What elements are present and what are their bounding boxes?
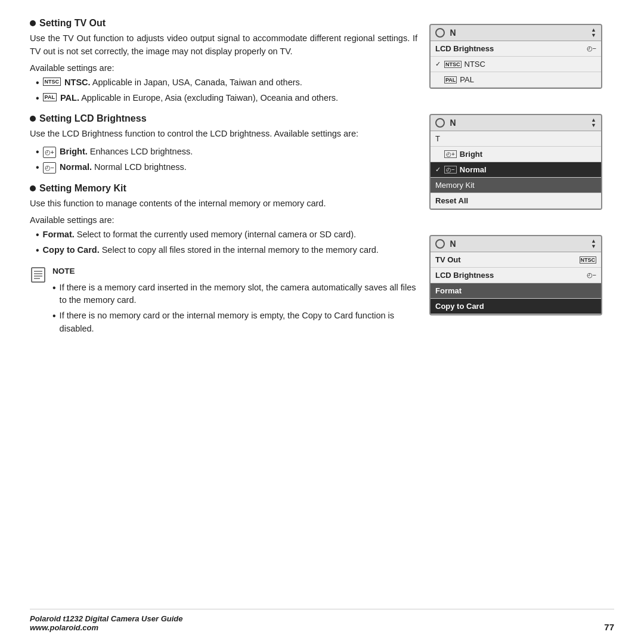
cam-row-lcdbright-m: LCD Brightness ◴− — [431, 268, 601, 283]
cam-normal-icon: ◴− — [444, 166, 457, 174]
cam-lcd-icon: ◴− — [587, 45, 596, 52]
tv-out-pal-text: PAL. Applicable in Europe, Asia (excludi… — [60, 92, 338, 105]
cam-row-resetall: Reset All — [431, 193, 601, 209]
tv-out-bullets: NTSC NTSC. Applicable in Japan, USA, Can… — [36, 76, 417, 106]
lcd-bullets: ◴+ Bright. Enhances LCD brightness. ◴− N… — [36, 145, 417, 175]
memory-bullet-format: Format. Select to format the currently u… — [36, 228, 417, 242]
lcd-bright-icon: ◴+ — [43, 147, 56, 158]
cam-bright-label: Bright — [460, 150, 482, 159]
page: Setting TV Out Use the TV Out function t… — [0, 0, 644, 644]
cam-memorykit-label: Memory Kit — [435, 181, 475, 190]
bullet-dot — [30, 20, 36, 26]
memory-bullet-copy: Copy to Card. Select to copy all files s… — [36, 244, 417, 257]
cam-circle-icon-2 — [435, 118, 445, 128]
cam-topbar-icons-3: 𝖭 — [435, 239, 456, 249]
cam-ntsc-label: NTSC — [465, 60, 485, 69]
cam-row-normal: ✓ ◴− Normal — [431, 162, 601, 178]
screen-memory: 𝖭 ▲ ▼ TV Out NTSC LCD Brightn — [429, 235, 602, 315]
note-text-2: If there is no memory card or the intern… — [60, 309, 417, 336]
bullet-dot-3 — [30, 185, 36, 191]
cam-nt-icon-2: 𝖭 — [450, 118, 456, 128]
cam-nt-icon-3: 𝖭 — [450, 239, 456, 249]
cam-row-bright: ◴+ Bright — [431, 147, 601, 162]
cam-topbar-icons-1: 𝖭 — [435, 28, 456, 38]
note-text-1: If there is a memory card inserted in th… — [60, 281, 417, 308]
lcd-heading: Setting LCD Brightness — [30, 113, 417, 124]
footer: Polaroid t1232 Digital Camera User Guide… — [30, 609, 614, 632]
note-section: NOTE If there is a memory card inserted … — [30, 265, 417, 341]
lcd-body: Use the LCD Brightness function to contr… — [30, 128, 417, 141]
cam-bright-icon: ◴+ — [444, 150, 457, 158]
tv-out-bullet-ntsc: NTSC NTSC. Applicable in Japan, USA, Can… — [36, 76, 417, 89]
footer-url: www.polaroid.com — [30, 623, 182, 632]
cam-row-format: Format — [431, 283, 601, 299]
cam-menu-2: T ◴+ Bright ✓ ◴− Normal — [431, 131, 601, 209]
tv-out-available: Available settings are: — [30, 63, 417, 73]
section-memory: Setting Memory Kit Use this function to … — [30, 183, 417, 258]
tv-out-heading: Setting TV Out — [30, 18, 417, 29]
tv-out-title: Setting TV Out — [39, 18, 106, 29]
note-content: NOTE If there is a memory card inserted … — [52, 265, 417, 341]
cam-menu-1: LCD Brightness ◴− ✓ NTSC NTSC PAL PAL — [431, 41, 601, 88]
tv-out-bullet-pal: PAL PAL. Applicable in Europe, Asia (exc… — [36, 92, 417, 105]
cam-row-label: LCD Brightness — [435, 44, 494, 53]
cam-row-ntsc: ✓ NTSC NTSC — [431, 57, 601, 72]
lcd-bullet-normal: ◴− Normal. Normal LCD brightness. — [36, 161, 417, 174]
cam-topbar-3: 𝖭 ▲ ▼ — [431, 236, 601, 252]
lcd-bullet-bright: ◴+ Bright. Enhances LCD brightness. — [36, 145, 417, 159]
memory-available: Available settings are: — [30, 215, 417, 225]
cam-topbar-1: 𝖭 ▲ ▼ — [431, 25, 601, 41]
cam-pal-label: PAL — [460, 75, 474, 84]
cam-row-copytocard: Copy to Card — [431, 299, 601, 314]
cam-copytocard-label: Copy to Card — [435, 302, 484, 311]
cam-pal-icon: PAL — [444, 76, 457, 83]
cam-circle-icon-1 — [435, 28, 445, 38]
left-column: Setting TV Out Use the TV Out function t… — [30, 18, 429, 348]
cam-circle-icon-3 — [435, 239, 445, 249]
cam-row-memorykit: Memory Kit — [431, 178, 601, 193]
cam-lcd-m-icon: ◴− — [587, 271, 596, 279]
cam-row-t: T — [431, 131, 601, 147]
cam-tvout-label: TV Out — [435, 255, 461, 264]
screen-lcd-container: 𝖭 ▲ ▼ T ◴+ Bri — [429, 114, 614, 210]
cam-arrows-1: ▲ ▼ — [591, 27, 596, 38]
cam-topbar-2: 𝖭 ▲ ▼ — [431, 115, 601, 131]
memory-bullets: Format. Select to format the currently u… — [36, 228, 417, 258]
note-bullets: If there is a memory card inserted in th… — [52, 281, 417, 336]
right-column: 𝖭 ▲ ▼ LCD Brightness ◴− ✓ — [429, 18, 614, 348]
footer-page-number: 77 — [604, 622, 614, 632]
screen-memory-container: 𝖭 ▲ ▼ TV Out NTSC LCD Brightn — [429, 235, 614, 315]
note-title: NOTE — [52, 265, 417, 277]
cam-arrows-2: ▲ ▼ — [591, 117, 596, 128]
pal-icon-inline: PAL — [43, 93, 57, 102]
memory-copy-text: Copy to Card. Select to copy all files s… — [43, 244, 379, 257]
svg-rect-0 — [32, 268, 45, 282]
lcd-bright-text: Bright. Enhances LCD brightness. — [60, 145, 193, 159]
screen-tv-out: 𝖭 ▲ ▼ LCD Brightness ◴− ✓ — [429, 24, 602, 89]
cam-check-ntsc: ✓ — [435, 60, 441, 68]
note-icon — [30, 267, 47, 341]
note-bullet-2: If there is no memory card or the intern… — [52, 309, 417, 336]
footer-left: Polaroid t1232 Digital Camera User Guide… — [30, 614, 182, 632]
note-bullet-1: If there is a memory card inserted in th… — [52, 281, 417, 308]
tv-out-ntsc-text: NTSC. Applicable in Japan, USA, Canada, … — [64, 76, 302, 89]
memory-body: Use this function to manage contents of … — [30, 197, 417, 210]
cam-topbar-icons-2: 𝖭 — [435, 118, 456, 128]
footer-title: Polaroid t1232 Digital Camera User Guide — [30, 614, 182, 623]
cam-arrows-3: ▲ ▼ — [591, 239, 596, 249]
content-row: Setting TV Out Use the TV Out function t… — [30, 18, 614, 348]
cam-row-tvout-m: TV Out NTSC — [431, 252, 601, 268]
cam-nt-icon-1: 𝖭 — [450, 28, 456, 38]
tv-out-body: Use the TV Out function to adjusts video… — [30, 32, 417, 58]
cam-tvout-icon: NTSC — [580, 256, 597, 264]
ntsc-icon-inline: NTSC — [43, 78, 61, 86]
cam-row-pal: PAL PAL — [431, 72, 601, 88]
section-tv-out: Setting TV Out Use the TV Out function t… — [30, 18, 417, 105]
memory-format-text: Format. Select to format the currently u… — [43, 228, 356, 242]
screen-lcd: 𝖭 ▲ ▼ T ◴+ Bri — [429, 114, 602, 210]
lcd-normal-icon: ◴− — [43, 162, 56, 174]
lcd-normal-text: Normal. Normal LCD brightness. — [60, 161, 187, 174]
memory-title: Setting Memory Kit — [39, 183, 126, 194]
cam-normal-label: Normal — [460, 165, 487, 174]
memory-heading: Setting Memory Kit — [30, 183, 417, 194]
